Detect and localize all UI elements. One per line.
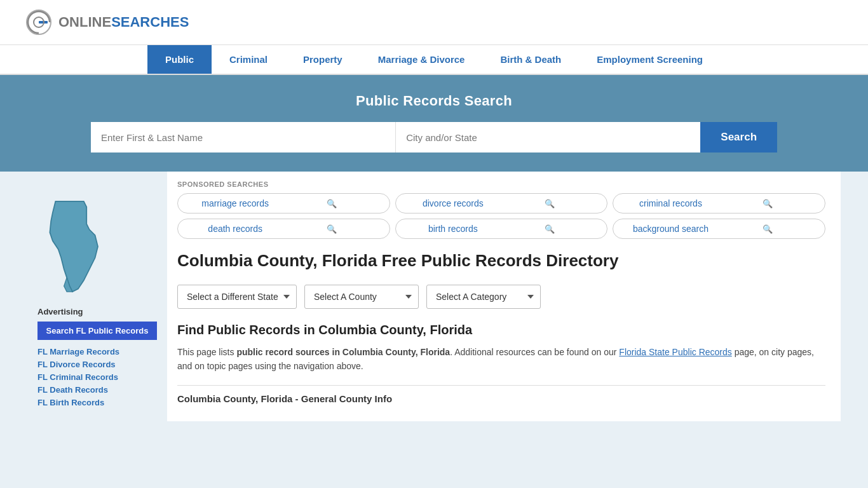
search-icon: 🔍 [283, 224, 380, 234]
nav-employment[interactable]: Employment Screening [579, 45, 721, 74]
fl-criminal-link[interactable]: FL Criminal Records [37, 372, 118, 382]
pill-label-birth: birth records [405, 224, 501, 234]
find-description: This page lists public record sources in… [177, 345, 825, 374]
search-icon: 🔍 [501, 199, 598, 208]
search-icon: 🔍 [719, 224, 816, 234]
sponsored-pill-criminal[interactable]: criminal records 🔍 [613, 193, 825, 214]
florida-map [37, 196, 157, 299]
list-item: FL Marriage Records [37, 346, 157, 356]
pill-label-background: background search [622, 224, 719, 234]
logo-icon [25, 9, 52, 36]
list-item: FL Birth Records [37, 397, 157, 407]
sponsored-label: SPONSORED SEARCHES [177, 180, 825, 188]
fl-divorce-link[interactable]: FL Divorce Records [37, 360, 116, 369]
category-dropdown[interactable]: Select A Category [426, 285, 541, 309]
hero-title: Public Records Search [25, 93, 843, 109]
search-icon: 🔍 [501, 224, 598, 234]
sidebar: Advertising Search FL Public Records FL … [27, 172, 167, 421]
sponsored-pill-birth[interactable]: birth records 🔍 [395, 219, 608, 239]
dropdowns-section: Select a Different State Select A County… [177, 285, 825, 309]
search-bar: Search [91, 122, 777, 152]
nav-property[interactable]: Property [285, 45, 360, 74]
nav-birth-death[interactable]: Birth & Death [482, 45, 579, 74]
nav-marriage-divorce[interactable]: Marriage & Divorce [360, 45, 483, 74]
find-desc-intro: This page lists [177, 347, 236, 357]
pill-label-criminal: criminal records [622, 198, 719, 208]
search-icon: 🔍 [719, 199, 816, 208]
advertising-label: Advertising [37, 307, 157, 316]
sponsored-section: SPONSORED SEARCHES marriage records 🔍 di… [177, 180, 825, 239]
logo-text: ONLINESEARCHES [58, 14, 189, 30]
section-divider [177, 385, 825, 386]
sponsored-pill-background[interactable]: background search 🔍 [613, 219, 825, 239]
hero-section: Public Records Search Search [0, 75, 868, 172]
sponsored-pill-death[interactable]: death records 🔍 [177, 219, 390, 239]
fl-marriage-link[interactable]: FL Marriage Records [37, 347, 119, 356]
county-dropdown[interactable]: Select A County [304, 285, 419, 309]
nav-criminal[interactable]: Criminal [212, 45, 285, 74]
content-area: SPONSORED SEARCHES marriage records 🔍 di… [167, 172, 841, 421]
county-section: Columbia County, Florida Free Public Rec… [177, 250, 825, 272]
main-nav: Public Criminal Property Marriage & Divo… [0, 45, 868, 75]
list-item: FL Death Records [37, 384, 157, 395]
search-icon: 🔍 [283, 199, 380, 208]
list-item: FL Criminal Records [37, 372, 157, 382]
header: ONLINESEARCHES [0, 0, 868, 45]
county-heading: Columbia County, Florida Free Public Rec… [177, 250, 618, 272]
location-input[interactable] [396, 122, 700, 152]
sponsored-grid: marriage records 🔍 divorce records 🔍 cri… [177, 193, 825, 239]
pill-label-death: death records [187, 224, 283, 234]
list-item: FL Divorce Records [37, 359, 157, 369]
nav-public[interactable]: Public [147, 45, 212, 74]
sponsored-pill-marriage[interactable]: marriage records 🔍 [177, 193, 390, 214]
pill-label-marriage: marriage records [187, 198, 283, 208]
search-button[interactable]: Search [700, 122, 777, 152]
general-info-title: Columbia County, Florida - General Count… [177, 393, 825, 404]
logo: ONLINESEARCHES [25, 9, 189, 36]
advertising-section: Advertising Search FL Public Records FL … [37, 307, 157, 407]
main-container: Advertising Search FL Public Records FL … [27, 172, 841, 421]
find-desc-bold: public record sources in Columbia County… [236, 347, 450, 357]
sidebar-links: FL Marriage Records FL Divorce Records F… [37, 346, 157, 407]
fl-death-link[interactable]: FL Death Records [37, 385, 108, 395]
ad-button[interactable]: Search FL Public Records [37, 322, 157, 340]
fl-birth-link[interactable]: FL Birth Records [37, 398, 104, 407]
pill-label-divorce: divorce records [405, 198, 501, 208]
sponsored-pill-divorce[interactable]: divorce records 🔍 [395, 193, 608, 214]
state-dropdown[interactable]: Select a Different State [177, 285, 297, 309]
find-desc-mid: . Additional resources can be found on o… [450, 347, 619, 357]
find-title: Find Public Records in Columbia County, … [177, 323, 825, 337]
name-input[interactable] [91, 122, 396, 152]
florida-state-link[interactable]: Florida State Public Records [619, 347, 731, 357]
